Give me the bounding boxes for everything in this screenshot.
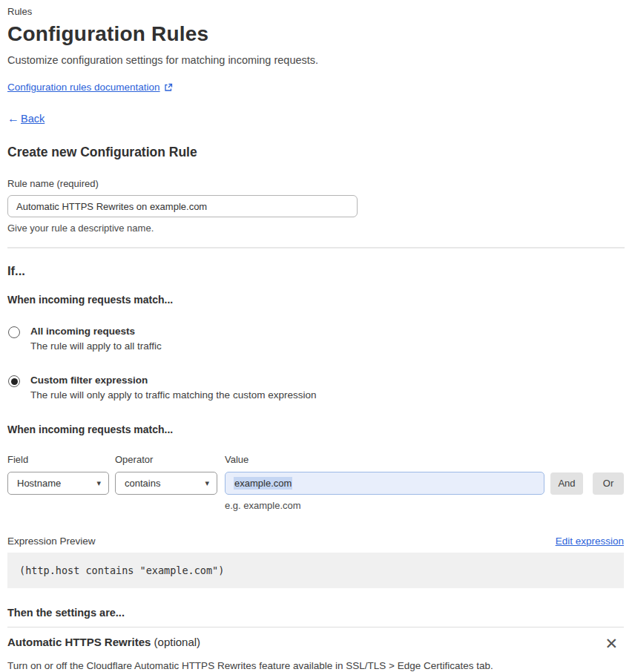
page-subtitle: Customize configuration settings for mat… xyxy=(7,54,624,66)
value-label: Value xyxy=(225,454,248,465)
value-input[interactable]: example.com xyxy=(225,472,544,495)
operator-select-value: contains xyxy=(125,478,160,489)
radio-option-custom-filter[interactable]: Custom filter expression The rule will o… xyxy=(7,375,624,401)
back-arrow-icon: ← xyxy=(7,112,19,125)
radio-option-all-requests[interactable]: All incoming requests The rule will appl… xyxy=(7,326,624,352)
edit-expression-link[interactable]: Edit expression xyxy=(556,536,624,547)
section-divider xyxy=(7,247,625,248)
if-heading: If... xyxy=(7,264,624,278)
match-heading-2: When incoming requests match... xyxy=(7,424,624,435)
request-match-radio-group: All incoming requests The rule will appl… xyxy=(7,326,624,401)
expression-code-block: (http.host contains "example.com") xyxy=(7,553,624,588)
value-hint: e.g. example.com xyxy=(225,500,624,511)
setting-description: Turn on or off the Cloudflare Automatic … xyxy=(7,660,624,671)
field-select[interactable]: Hostname ▾ xyxy=(7,472,109,495)
match-heading-1: When incoming requests match... xyxy=(7,294,624,306)
radio-option-description: The rule will apply to all traffic xyxy=(30,340,162,352)
radio-button-icon[interactable] xyxy=(8,326,20,338)
chevron-down-icon: ▾ xyxy=(96,478,101,488)
radio-button-icon[interactable] xyxy=(8,375,20,387)
setting-card-automatic-https-rewrites: Automatic HTTPS Rewrites (optional) ✕ Tu… xyxy=(7,627,624,672)
page-title: Configuration Rules xyxy=(7,22,624,46)
expression-code: (http.host contains "example.com") xyxy=(19,564,224,576)
back-link[interactable]: Back xyxy=(21,113,45,125)
radio-option-label: Custom filter expression xyxy=(30,375,316,386)
chevron-down-icon: ▾ xyxy=(205,478,209,488)
breadcrumb: Rules xyxy=(7,6,624,17)
value-input-text: example.com xyxy=(234,477,292,490)
rule-name-input[interactable] xyxy=(7,195,358,217)
create-rule-heading: Create new Configuration Rule xyxy=(7,145,624,160)
configuration-rules-page: Rules Configuration Rules Customize conf… xyxy=(0,0,632,672)
expression-preview-label: Expression Preview xyxy=(7,536,96,547)
setting-name: Automatic HTTPS Rewrites xyxy=(7,636,151,648)
or-button[interactable]: Or xyxy=(593,472,624,495)
field-label: Field xyxy=(7,454,115,465)
close-icon[interactable]: ✕ xyxy=(605,636,618,651)
documentation-link[interactable]: Configuration rules documentation xyxy=(7,82,160,93)
operator-label: Operator xyxy=(115,454,225,465)
field-select-value: Hostname xyxy=(17,478,61,489)
operator-select[interactable]: contains ▾ xyxy=(115,472,217,495)
rule-name-label: Rule name (required) xyxy=(7,178,624,189)
radio-option-description: The rule will only apply to traffic matc… xyxy=(30,389,316,401)
and-button[interactable]: And xyxy=(550,472,583,495)
rule-name-help: Give your rule a descriptive name. xyxy=(7,223,624,234)
setting-optional-tag: (optional) xyxy=(151,636,200,648)
radio-option-label: All incoming requests xyxy=(30,326,162,337)
then-settings-heading: Then the settings are... xyxy=(7,607,624,619)
external-link-icon xyxy=(164,83,173,92)
